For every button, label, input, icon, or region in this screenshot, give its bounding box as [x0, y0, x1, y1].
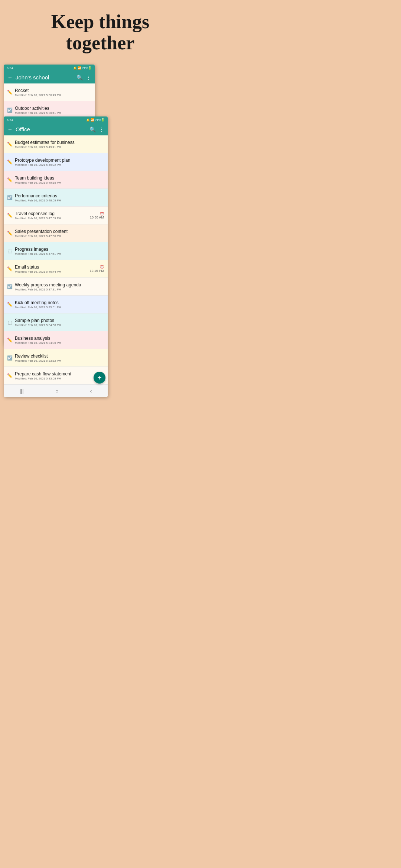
- note-content: Outdoor activities Modified: Feb 16, 202…: [15, 106, 91, 115]
- note-content: Travel expenses log Modified: Feb 16, 20…: [15, 211, 88, 220]
- back-button-left[interactable]: ←: [7, 75, 13, 80]
- list-item[interactable]: ☑️ Weekly progress meeting agenda Modifi…: [4, 278, 108, 296]
- hero-section: Keep things together: [0, 0, 200, 61]
- note-title: Rocket: [15, 88, 91, 93]
- note-content: Prototype development plan Modified: Feb…: [15, 158, 104, 167]
- status-bar-right: 5:54 🔔 📶 71%🔋: [4, 116, 108, 123]
- list-item[interactable]: ☑️ Performance criterias Modified: Feb 1…: [4, 189, 108, 207]
- pencil-icon: ✏️: [7, 266, 13, 272]
- note-date: Modified: Feb 16, 2021 5:49:15 PM: [15, 181, 104, 184]
- pencil-icon: ✏️: [7, 177, 13, 183]
- note-title: Weekly progress meeting agenda: [15, 282, 104, 287]
- check-icon: ☑️: [7, 355, 13, 361]
- note-date: Modified: Feb 16, 2021 5:33:52 PM: [15, 359, 104, 362]
- note-content: Performance criterias Modified: Feb 16, …: [15, 193, 104, 202]
- app-header-right: ← Office 🔍 ⋮: [4, 123, 108, 135]
- note-title: Kick off meeting notes: [15, 300, 104, 305]
- time-right: 5:54: [7, 118, 13, 122]
- pencil-icon: ✏️: [7, 160, 13, 165]
- note-title: Business analysis: [15, 336, 104, 341]
- note-date: Modified: Feb 16, 2021 5:33:08 PM: [15, 377, 104, 380]
- alarm-indicator: ⏰10:30 AM: [90, 212, 104, 219]
- menu-button-left[interactable]: ⋮: [86, 75, 91, 80]
- note-date: Modified: Feb 16, 2021 5:47:41 PM: [15, 252, 104, 256]
- list-item[interactable]: ✏️ Rocket Modified: Feb 16, 2021 5:30:49…: [4, 83, 95, 101]
- note-content: Kick off meeting notes Modified: Feb 16,…: [15, 300, 104, 309]
- menu-button-right[interactable]: ⋮: [99, 126, 104, 132]
- nav-recent-right[interactable]: |||: [20, 388, 24, 394]
- note-content: Sample plan photos Modified: Feb 16, 202…: [15, 318, 104, 327]
- note-title: Sales presentation content: [15, 229, 104, 234]
- list-item[interactable]: ✏️ Prototype development plan Modified: …: [4, 153, 108, 171]
- note-title: Prototype development plan: [15, 158, 104, 163]
- note-title: Team building ideas: [15, 175, 104, 181]
- note-content: Weekly progress meeting agenda Modified:…: [15, 282, 104, 291]
- list-item[interactable]: ✏️ Kick off meeting notes Modified: Feb …: [4, 296, 108, 313]
- list-item[interactable]: ✏️ Team building ideas Modified: Feb 16,…: [4, 171, 108, 189]
- pencil-icon: ✏️: [7, 373, 13, 378]
- alarm-indicator: ⏰12:15 PM: [89, 265, 104, 273]
- status-icons-right: 🔔 📶 71%🔋: [86, 118, 105, 122]
- nav-back-right[interactable]: ‹: [90, 388, 92, 394]
- note-date: Modified: Feb 16, 2021 5:35:51 PM: [15, 306, 104, 309]
- list-item[interactable]: ✏️ Travel expenses log Modified: Feb 16,…: [4, 207, 108, 224]
- hero-text: Keep things together: [0, 0, 200, 61]
- pencil-icon: ✏️: [7, 338, 13, 343]
- check-icon: ☑️: [7, 284, 13, 289]
- note-content: Team building ideas Modified: Feb 16, 20…: [15, 175, 104, 184]
- note-date: Modified: Feb 16, 2021 5:48:09 PM: [15, 199, 104, 202]
- bottom-nav-right: ||| ○ ‹: [4, 385, 108, 397]
- header-title-right: Office: [16, 126, 87, 132]
- note-content: Progress images Modified: Feb 16, 2021 5…: [15, 247, 104, 256]
- check-icon: ☑️: [7, 195, 13, 200]
- pencil-icon: ✏️: [7, 90, 13, 95]
- header-title-left: John's school: [16, 74, 74, 80]
- scan-icon: ⬚: [7, 249, 13, 254]
- list-item[interactable]: ✏️ Email status Modified: Feb 16, 2021 5…: [4, 260, 108, 278]
- note-date: Modified: Feb 16, 2021 5:34:06 PM: [15, 341, 104, 345]
- list-item[interactable]: ✏️ Business analysis Modified: Feb 16, 2…: [4, 331, 108, 349]
- check-icon: ☑️: [7, 108, 13, 113]
- phone-right: 5:54 🔔 📶 71%🔋 ← Office 🔍 ⋮ ✏️ Budget est…: [4, 116, 108, 397]
- note-content: Email status Modified: Feb 16, 2021 5:46…: [15, 264, 87, 273]
- notes-list-right: ✏️ Budget estimates for business Modifie…: [4, 135, 108, 385]
- list-item[interactable]: ✏️ Budget estimates for business Modifie…: [4, 135, 108, 153]
- note-title: Review checklist: [15, 354, 104, 359]
- note-date: Modified: Feb 16, 2021 5:46:44 PM: [15, 270, 87, 273]
- note-content: Sales presentation content Modified: Feb…: [15, 229, 104, 238]
- note-title: Budget estimates for business: [15, 140, 104, 145]
- nav-home-right[interactable]: ○: [55, 388, 58, 394]
- note-date: Modified: Feb 16, 2021 5:47:50 PM: [15, 234, 104, 238]
- note-content: Business analysis Modified: Feb 16, 2021…: [15, 336, 104, 345]
- note-title: Outdoor activities: [15, 106, 91, 111]
- status-bar-left: 5:54 🔔 📶 71%🔋: [4, 65, 95, 71]
- list-item[interactable]: ⬚ Progress images Modified: Feb 16, 2021…: [4, 242, 108, 260]
- note-title: Email status: [15, 264, 87, 270]
- pencil-icon: ✏️: [7, 213, 13, 218]
- list-item[interactable]: ☑️ Review checklist Modified: Feb 16, 20…: [4, 349, 108, 367]
- note-date: Modified: Feb 16, 2021 5:49:22 PM: [15, 163, 104, 167]
- back-button-right[interactable]: ←: [7, 126, 13, 132]
- search-button-left[interactable]: 🔍: [76, 75, 83, 80]
- list-item[interactable]: ✏️ Sales presentation content Modified: …: [4, 224, 108, 242]
- list-item[interactable]: ⬚ Sample plan photos Modified: Feb 16, 2…: [4, 313, 108, 331]
- note-content: Budget estimates for business Modified: …: [15, 140, 104, 149]
- search-button-right[interactable]: 🔍: [89, 126, 96, 132]
- note-date: Modified: Feb 16, 2021 5:37:31 PM: [15, 288, 104, 291]
- pencil-icon: ✏️: [7, 231, 13, 236]
- note-content: Prepare cash flow statement Modified: Fe…: [15, 371, 104, 380]
- list-item[interactable]: ✏️ Prepare cash flow statement Modified:…: [4, 367, 108, 385]
- note-date: Modified: Feb 16, 2021 5:30:49 PM: [15, 93, 91, 97]
- note-date: Modified: Feb 16, 2021 5:49:41 PM: [15, 145, 104, 149]
- scan-icon: ⬚: [7, 320, 13, 325]
- phones-container: 5:54 🔔 📶 71%🔋 ← John's school 🔍 ⋮ ✏️ Roc…: [4, 65, 197, 435]
- note-title: Sample plan photos: [15, 318, 104, 323]
- note-content: Review checklist Modified: Feb 16, 2021 …: [15, 354, 104, 362]
- note-title: Progress images: [15, 247, 104, 252]
- note-date: Modified: Feb 16, 2021 5:30:41 PM: [15, 111, 91, 115]
- pencil-icon: ✏️: [7, 142, 13, 147]
- note-title: Performance criterias: [15, 193, 104, 198]
- note-content: Rocket Modified: Feb 16, 2021 5:30:49 PM: [15, 88, 91, 97]
- status-icons-left: 🔔 📶 71%🔋: [73, 66, 92, 70]
- note-title: Prepare cash flow statement: [15, 371, 104, 377]
